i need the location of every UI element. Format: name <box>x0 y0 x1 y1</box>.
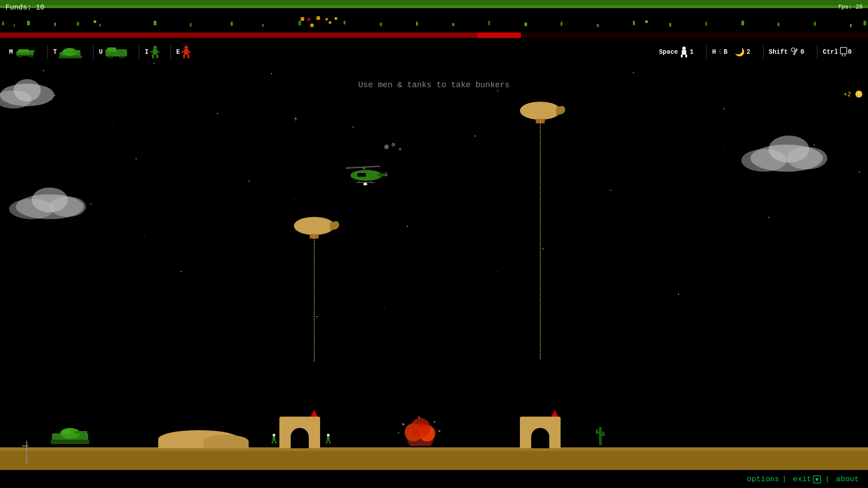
star <box>814 262 814 263</box>
hud-key-ctrl: Ctrl <box>823 48 838 56</box>
svg-rect-102 <box>682 50 686 55</box>
star <box>384 307 385 308</box>
star <box>316 316 317 317</box>
top-terrain <box>0 0 868 8</box>
svg-point-26 <box>410 418 430 438</box>
star <box>497 90 498 91</box>
hud-divider-2 <box>93 45 94 59</box>
star <box>294 199 294 199</box>
star <box>678 294 679 295</box>
svg-point-32 <box>384 145 389 149</box>
svg-rect-37 <box>596 429 598 434</box>
hud-key-h: H <box>712 48 716 56</box>
fps-display: fps: 28 <box>838 4 863 10</box>
svg-rect-63 <box>597 24 599 27</box>
blimp-right <box>520 102 561 120</box>
svg-point-101 <box>682 47 686 50</box>
cloud-left-middle <box>9 188 90 224</box>
hud-count-space: 1 <box>690 48 693 56</box>
star <box>90 203 91 204</box>
svg-rect-45 <box>99 24 101 27</box>
svg-rect-104 <box>685 55 687 57</box>
explosion <box>393 414 448 448</box>
engineer-hud-icon <box>182 46 191 58</box>
coin-indicator: +2 🪙 <box>844 90 863 98</box>
exit-button[interactable]: exit <box>793 475 811 483</box>
svg-rect-84 <box>72 50 80 52</box>
space-soldier-icon <box>680 47 688 57</box>
hud-count-shift: 0 <box>801 48 804 56</box>
svg-rect-70 <box>850 24 852 27</box>
svg-rect-66 <box>705 22 707 26</box>
svg-point-111 <box>816 478 818 481</box>
star <box>181 271 182 272</box>
hud-key-m: M <box>9 48 13 56</box>
svg-rect-39 <box>602 432 604 436</box>
soldier-near-bunker-1 <box>271 433 277 446</box>
svg-rect-41 <box>14 24 15 27</box>
svg-rect-57 <box>380 23 382 26</box>
svg-rect-18 <box>275 441 276 444</box>
svg-point-73 <box>310 23 314 27</box>
hud-unit-tank[interactable]: T <box>53 46 82 58</box>
hud-key-space: Space <box>659 48 678 56</box>
star <box>353 127 354 127</box>
hud-key-i: I <box>145 48 148 56</box>
star <box>145 235 145 235</box>
hud-action-shift[interactable]: Shift 0 <box>769 47 806 57</box>
hud-unit-truck[interactable]: U <box>99 46 128 58</box>
svg-rect-29 <box>398 432 399 434</box>
tank-left <box>50 425 95 447</box>
svg-rect-86 <box>107 47 116 52</box>
svg-rect-20 <box>327 436 330 441</box>
svg-rect-103 <box>681 55 683 57</box>
soldier-hud-icon <box>151 46 160 58</box>
svg-rect-13 <box>75 431 87 434</box>
hud-divider-1 <box>47 45 47 59</box>
svg-rect-58 <box>416 22 418 26</box>
hud-unit-jeep[interactable]: M <box>9 47 36 57</box>
svg-rect-54 <box>326 18 328 20</box>
svg-rect-44 <box>77 22 79 26</box>
hud-action-space[interactable]: Space 1 <box>659 47 695 57</box>
svg-rect-55 <box>335 17 337 20</box>
svg-rect-59 <box>452 23 454 26</box>
svg-rect-17 <box>272 441 273 444</box>
svg-rect-60 <box>488 21 490 25</box>
blimp-center <box>294 217 335 235</box>
hud-unit-engineer[interactable]: E <box>176 46 191 58</box>
star <box>610 190 611 191</box>
svg-point-33 <box>392 143 395 146</box>
moon-icon: 🌙 <box>735 47 745 57</box>
svg-rect-53 <box>316 16 320 20</box>
svg-rect-96 <box>184 49 189 55</box>
svg-rect-68 <box>778 23 779 26</box>
svg-point-9 <box>363 183 367 185</box>
bottom-bar: options | exit | about <box>0 470 868 488</box>
svg-point-34 <box>399 148 401 150</box>
svg-rect-56 <box>344 21 345 24</box>
star <box>769 217 769 218</box>
svg-rect-71 <box>863 21 866 25</box>
hud-unit-soldier[interactable]: I <box>145 46 159 58</box>
hud-hcb: H C B <box>712 48 729 56</box>
hud-key-shift: Shift <box>769 48 788 56</box>
cactus <box>595 422 606 447</box>
star <box>113 122 113 122</box>
svg-rect-30 <box>439 430 440 432</box>
svg-point-14 <box>62 430 71 434</box>
svg-point-4 <box>363 167 365 169</box>
hud-action-ctrl[interactable]: Ctrl 0 <box>823 47 854 57</box>
crosshair: + <box>293 115 298 123</box>
separator-2: | <box>825 475 830 483</box>
hud-key-u: U <box>99 48 103 56</box>
star <box>633 72 634 73</box>
svg-rect-90 <box>153 49 157 55</box>
wrench-icon <box>790 47 800 57</box>
svg-rect-62 <box>561 22 562 26</box>
svg-rect-65 <box>669 23 671 27</box>
hud-divider-7 <box>817 45 817 59</box>
hud-action-moon[interactable]: 🌙 2 <box>735 47 752 57</box>
about-button[interactable]: about <box>836 475 859 483</box>
options-button[interactable]: options <box>747 475 779 483</box>
